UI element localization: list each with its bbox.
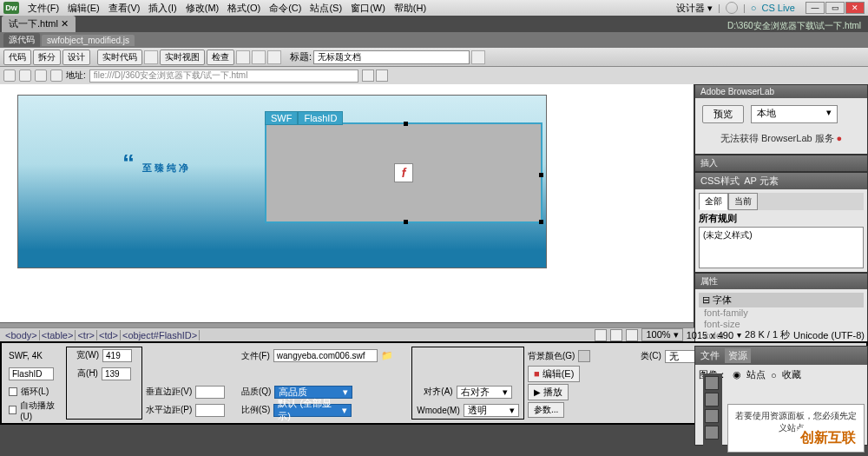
tag-tr[interactable]: <tr> <box>76 330 97 340</box>
menu-format[interactable]: 格式(O) <box>224 0 264 17</box>
search-icon[interactable] <box>726 2 738 14</box>
wmode-dropdown[interactable]: 透明▾ <box>464 404 519 417</box>
document-tab[interactable]: 试一下.html ✕ <box>2 16 76 32</box>
live-code-button[interactable]: 实时代码 <box>97 50 142 65</box>
tag-body[interactable]: <body> <box>3 330 40 340</box>
vmargin-field[interactable] <box>195 386 225 399</box>
css-styles-tab[interactable]: CSS样式 <box>700 175 740 188</box>
nav-back-icon[interactable] <box>3 69 16 82</box>
play-button[interactable]: ▶ 播放 <box>528 384 569 400</box>
toolbar-icon-4[interactable] <box>267 50 281 64</box>
toolbar-icon-2[interactable] <box>236 50 250 64</box>
flashid-tab[interactable]: FlashID <box>298 111 343 125</box>
address-input[interactable] <box>89 69 358 83</box>
hmargin-field[interactable] <box>195 404 225 417</box>
design-canvas[interactable]: 新瑞分析 “至臻纯净 SWF FlashID f <box>0 84 694 327</box>
address-label: 地址: <box>66 69 86 82</box>
menu-view[interactable]: 查看(V) <box>105 0 144 17</box>
align-dropdown[interactable]: 右对齐▾ <box>457 386 512 399</box>
view-split-button[interactable]: 拆分 <box>33 50 61 65</box>
asset-images-icon[interactable] <box>705 376 719 390</box>
tag-object[interactable]: <object#FlashID> <box>121 330 200 340</box>
resources-tab[interactable]: 资源 <box>725 348 751 363</box>
window-close-button[interactable]: ✕ <box>845 2 865 14</box>
menu-insert[interactable]: 插入(I) <box>145 0 180 17</box>
menu-help[interactable]: 帮助(H) <box>391 0 430 17</box>
edit-button[interactable]: ■编辑(E) <box>528 366 580 382</box>
addr-icon-1[interactable] <box>362 69 374 82</box>
menu-commands[interactable]: 命令(C) <box>266 0 305 17</box>
zoom-level[interactable]: 100% ▾ <box>641 328 682 341</box>
bgcolor-swatch[interactable] <box>578 350 590 362</box>
menu-file[interactable]: 文件(F) <box>24 0 62 17</box>
document-tab-label: 试一下.html <box>9 18 58 29</box>
inspect-button[interactable]: 检查 <box>207 50 234 65</box>
loop-checkbox[interactable] <box>9 387 17 396</box>
swf-tab[interactable]: SWF <box>265 111 298 125</box>
workspace-switcher[interactable]: 设计器 ▾ <box>676 2 713 15</box>
width-field[interactable] <box>102 349 132 362</box>
css-all-tab[interactable]: 全部 <box>699 193 728 210</box>
flash-icon: f <box>394 163 413 182</box>
select-tool-icon[interactable] <box>595 329 607 341</box>
zoom-tool-icon[interactable] <box>626 329 638 341</box>
scale-dropdown[interactable]: 默认 (全部显示)▾ <box>273 404 352 417</box>
tag-path: <body><table><tr><td><object#FlashID> <box>3 330 200 340</box>
asset-media-icon[interactable] <box>705 426 719 439</box>
autoplay-checkbox[interactable] <box>9 406 16 414</box>
source-code-tab[interactable]: 源代码 <box>3 33 40 47</box>
encoding-label: Unicode (UTF-8) <box>793 330 865 340</box>
view-code-button[interactable]: 代码 <box>3 50 31 65</box>
tag-table[interactable]: <table> <box>40 330 76 340</box>
window-minimize-button[interactable]: — <box>806 2 825 14</box>
folder-icon[interactable]: 📁 <box>381 350 393 361</box>
nav-forward-icon[interactable] <box>19 69 31 82</box>
prop-font-family[interactable]: font-family <box>699 307 864 319</box>
asset-urls-icon[interactable] <box>705 409 719 423</box>
params-button[interactable]: 参数... <box>528 402 564 418</box>
browserlab-header[interactable]: Adobe BrowserLab <box>695 85 867 98</box>
hand-tool-icon[interactable] <box>610 329 622 341</box>
css-props-header[interactable]: 属性 <box>695 274 867 289</box>
menu-window[interactable]: 窗口(W) <box>347 0 389 17</box>
swf-type-label: SWF, 4K <box>9 351 43 360</box>
view-design-button[interactable]: 设计 <box>62 50 90 65</box>
flashid-field[interactable] <box>9 367 54 380</box>
document-tab-close-icon[interactable]: ✕ <box>61 18 69 29</box>
local-dropdown[interactable]: 本地▾ <box>751 105 838 123</box>
document-path: D:\360安全浏览器下载\试一下.html <box>727 20 868 32</box>
file-field[interactable] <box>273 349 378 362</box>
canvas-dimensions[interactable]: 1015 x 490 <box>687 330 733 340</box>
right-panel-group: Adobe BrowserLab 预览 本地▾ 无法获得 BrowserLab … <box>694 84 868 327</box>
tag-td[interactable]: <td> <box>97 330 121 340</box>
rules-list[interactable]: (未定义样式) <box>699 227 864 268</box>
files-tab[interactable]: 文件 <box>700 349 720 362</box>
panel-splitter[interactable] <box>0 322 694 327</box>
preview-button[interactable]: 预览 <box>702 105 744 123</box>
page-title-input[interactable] <box>313 50 470 64</box>
related-js-tab[interactable]: swfobject_modified.js <box>42 35 135 46</box>
insert-panel: 插入 <box>694 155 868 172</box>
toolbar-icon-5[interactable] <box>471 50 485 64</box>
toolbar-icon-3[interactable] <box>252 50 266 64</box>
menu-site[interactable]: 站点(S) <box>306 0 345 17</box>
align-label: 对齐(A) <box>424 386 452 398</box>
nav-home-icon[interactable] <box>50 69 62 82</box>
insert-header[interactable]: 插入 <box>695 155 867 171</box>
window-maximize-button[interactable]: ▭ <box>825 2 845 14</box>
height-field[interactable] <box>102 367 131 380</box>
ap-elements-tab[interactable]: AP 元素 <box>744 175 779 188</box>
cslive-label[interactable]: CS Live <box>761 3 795 13</box>
site-radio-label[interactable]: 站点 <box>746 368 766 381</box>
live-view-button[interactable]: 实时视图 <box>160 50 205 65</box>
css-current-tab[interactable]: 当前 <box>728 193 758 210</box>
swf-selection[interactable]: SWF FlashID f <box>265 122 542 223</box>
addr-icon-2[interactable] <box>376 69 388 82</box>
favorites-radio-label[interactable]: 收藏 <box>782 368 801 381</box>
menu-modify[interactable]: 修改(M) <box>182 0 223 17</box>
toolbar-icon-1[interactable] <box>144 50 158 64</box>
menu-edit[interactable]: 编辑(E) <box>64 0 103 17</box>
canvas-headline: “至臻纯净 <box>122 149 191 177</box>
nav-refresh-icon[interactable] <box>35 69 47 82</box>
asset-colors-icon[interactable] <box>705 393 719 406</box>
